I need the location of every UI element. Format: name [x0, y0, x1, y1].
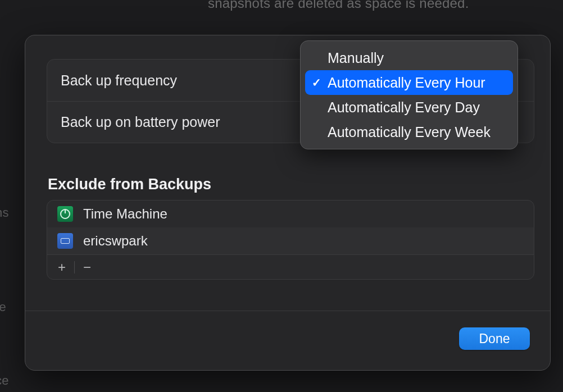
- exclude-item[interactable]: ericswpark: [47, 227, 534, 254]
- remove-exclude-button[interactable]: −: [78, 258, 96, 276]
- background-sidebar-fragment: ne: [0, 300, 6, 314]
- frequency-option-daily[interactable]: Automatically Every Day: [305, 95, 513, 120]
- exclude-section-header: Exclude from Backups: [47, 176, 534, 193]
- time-machine-disk-icon: [57, 206, 73, 222]
- background-text: snapshots are deleted as space is needed…: [208, 0, 469, 11]
- footer-divider: [74, 261, 75, 274]
- exclude-item-label: ericswpark: [83, 233, 148, 249]
- add-exclude-button[interactable]: +: [53, 258, 71, 276]
- frequency-option-weekly[interactable]: Automatically Every Week: [305, 120, 513, 144]
- background-sidebar-fragment: ns: [0, 206, 9, 220]
- checkmark-icon: ✓: [312, 76, 321, 89]
- option-label: Automatically Every Hour: [328, 75, 485, 91]
- sheet-divider: [25, 311, 550, 311]
- exclude-item[interactable]: Time Machine: [47, 200, 534, 227]
- frequency-option-hourly[interactable]: ✓ Automatically Every Hour: [305, 70, 513, 95]
- exclude-list-footer: + −: [47, 254, 534, 279]
- server-disk-icon: [57, 233, 73, 249]
- option-label: Automatically Every Day: [328, 99, 480, 116]
- minus-icon: −: [83, 259, 91, 275]
- background-sidebar-fragment: ce: [0, 373, 9, 388]
- exclude-item-label: Time Machine: [83, 206, 167, 222]
- option-label: Manually: [328, 50, 384, 66]
- frequency-dropdown: Manually ✓ Automatically Every Hour Auto…: [300, 40, 518, 149]
- plus-icon: +: [58, 259, 66, 275]
- option-label: Automatically Every Week: [328, 124, 491, 140]
- done-button[interactable]: Done: [459, 327, 530, 350]
- exclude-list: Time Machine ericswpark + −: [47, 200, 534, 280]
- backup-on-battery-label: Back up on battery power: [61, 114, 220, 130]
- frequency-option-manually[interactable]: Manually: [305, 45, 513, 70]
- backup-frequency-label: Back up frequency: [61, 72, 177, 89]
